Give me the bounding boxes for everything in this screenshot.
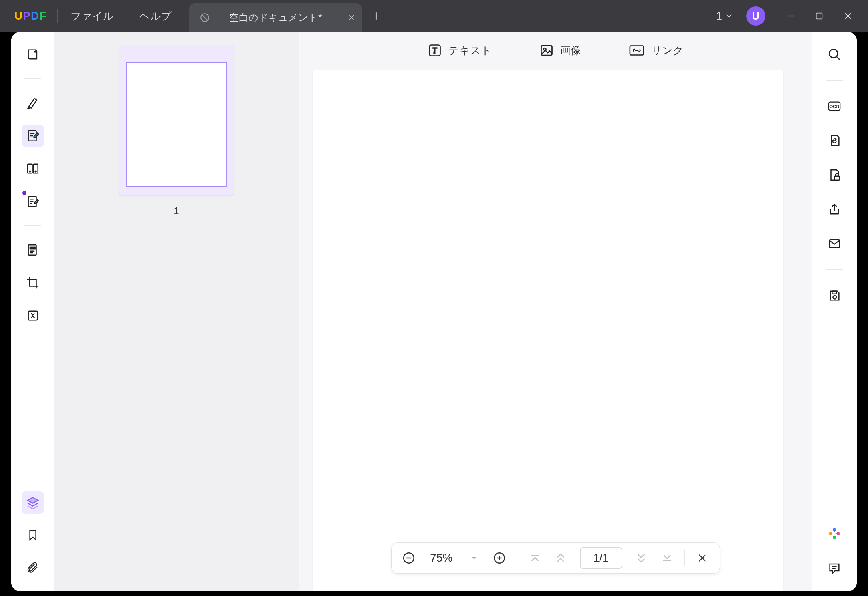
page-separator: / xyxy=(599,552,602,564)
zoom-in-button[interactable] xyxy=(491,549,508,567)
next-page-button[interactable] xyxy=(633,549,650,567)
compress-icon xyxy=(26,309,40,322)
lock-page-icon xyxy=(828,168,841,182)
ocr-button[interactable]: OCR xyxy=(823,95,846,117)
zoom-out-button[interactable] xyxy=(400,549,418,567)
chevron-down-icon xyxy=(725,12,733,20)
next-page-icon xyxy=(635,552,647,564)
zoom-out-icon xyxy=(402,551,416,565)
canvas-viewport[interactable] xyxy=(299,69,812,591)
separator xyxy=(517,550,518,566)
svg-text:OCR: OCR xyxy=(829,104,840,109)
insert-image-button[interactable]: 画像 xyxy=(539,43,581,58)
menu-file[interactable]: ファイル xyxy=(58,9,127,23)
svg-rect-22 xyxy=(832,291,836,294)
close-icon xyxy=(843,11,853,21)
document-icon xyxy=(200,12,210,23)
crop-tool[interactable] xyxy=(22,272,44,294)
attachments-panel-button[interactable] xyxy=(22,557,44,579)
dual-page-icon xyxy=(26,162,40,175)
ai-flower-icon xyxy=(827,526,842,541)
search-icon xyxy=(827,47,842,62)
separator xyxy=(24,78,41,79)
close-icon xyxy=(347,14,355,22)
tab-close-button[interactable] xyxy=(341,14,362,22)
active-indicator-dot xyxy=(22,191,26,195)
edit-toolbar: テキスト 画像 リンク xyxy=(299,32,812,69)
window-minimize-button[interactable] xyxy=(776,3,805,29)
crop-icon xyxy=(26,276,40,290)
layers-icon xyxy=(26,496,40,509)
document-tab[interactable]: 空白のドキュメント* xyxy=(189,3,362,32)
svg-point-5 xyxy=(29,171,30,172)
convert-button[interactable] xyxy=(823,129,846,152)
thumbnails-panel-button[interactable] xyxy=(22,491,44,514)
window-close-button[interactable] xyxy=(834,3,862,29)
last-page-icon xyxy=(661,552,673,564)
ai-assistant-button[interactable] xyxy=(823,522,846,545)
plus-icon xyxy=(371,11,381,21)
separator xyxy=(826,269,843,270)
new-tab-button[interactable] xyxy=(365,11,387,21)
zoom-value: 75% xyxy=(426,552,456,564)
paperclip-icon xyxy=(26,561,39,575)
page-thumbnail[interactable] xyxy=(119,45,234,195)
page-indicator[interactable]: 1 / 1 xyxy=(580,547,622,569)
insert-text-button[interactable]: テキスト xyxy=(428,43,491,58)
dropdown-triangle-icon xyxy=(470,554,478,562)
thumbnail-preview xyxy=(126,62,227,187)
prev-page-button[interactable] xyxy=(552,549,569,567)
close-zoom-bar-button[interactable] xyxy=(694,549,711,567)
svg-rect-20 xyxy=(834,176,840,180)
organize-pages-tool[interactable] xyxy=(22,157,44,180)
comment-tool[interactable] xyxy=(22,92,44,114)
share-icon xyxy=(828,203,841,216)
insert-link-button[interactable]: リンク xyxy=(629,43,684,58)
protect-button[interactable] xyxy=(823,164,846,186)
document-count-dropdown[interactable]: 1 xyxy=(713,10,736,22)
comment-icon xyxy=(828,561,841,575)
search-button[interactable] xyxy=(823,43,846,66)
menu-help[interactable]: ヘルプ xyxy=(127,9,184,23)
compress-tool[interactable] xyxy=(22,304,44,327)
email-button[interactable] xyxy=(823,232,846,255)
svg-rect-1 xyxy=(816,13,822,19)
maximize-icon xyxy=(815,12,824,20)
insert-link-label: リンク xyxy=(651,44,684,58)
bookmarks-panel-button[interactable] xyxy=(22,524,44,546)
zoom-dropdown[interactable] xyxy=(465,549,482,567)
first-page-button[interactable] xyxy=(526,549,543,567)
close-icon xyxy=(697,553,707,563)
zoom-page-bar: 75% 1 / 1 xyxy=(391,542,720,574)
svg-point-17 xyxy=(829,49,838,58)
edit-tool[interactable] xyxy=(22,125,44,147)
highlighter-icon xyxy=(26,96,40,110)
comments-panel-button[interactable] xyxy=(823,557,846,579)
link-icon xyxy=(629,43,645,58)
convert-icon xyxy=(828,134,841,147)
user-avatar[interactable]: U xyxy=(746,6,765,26)
svg-rect-9 xyxy=(30,247,35,249)
separator xyxy=(24,225,41,226)
image-icon xyxy=(539,43,554,58)
thumbnail-page-number: 1 xyxy=(67,205,286,217)
save-button[interactable] xyxy=(823,284,846,307)
svg-point-23 xyxy=(833,296,836,299)
redact-icon xyxy=(26,243,40,257)
document-page[interactable] xyxy=(313,70,783,591)
reader-tool[interactable] xyxy=(22,43,44,66)
insert-text-label: テキスト xyxy=(448,44,491,58)
separator xyxy=(684,550,685,566)
window-maximize-button[interactable] xyxy=(805,3,834,29)
editor-area: テキスト 画像 リンク 75% xyxy=(299,32,812,591)
bookmark-icon xyxy=(27,528,39,542)
last-page-button[interactable] xyxy=(658,549,676,567)
separator xyxy=(826,80,843,81)
current-page: 1 xyxy=(593,552,600,564)
prev-page-icon xyxy=(555,552,567,564)
svg-rect-12 xyxy=(541,46,552,55)
svg-point-6 xyxy=(35,171,36,172)
share-button[interactable] xyxy=(823,198,846,221)
redact-tool[interactable] xyxy=(22,239,44,261)
edit-page-icon xyxy=(26,129,40,143)
